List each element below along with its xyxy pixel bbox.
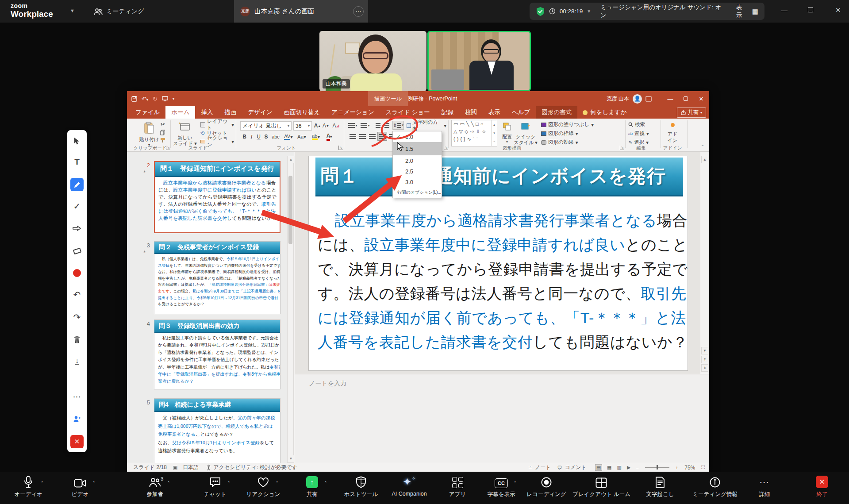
replace-button[interactable]: ab置換 ▾ xyxy=(628,130,656,137)
font-size-combo[interactable]: 36▾ xyxy=(293,121,312,131)
scrollbar-thumb[interactable] xyxy=(288,176,292,244)
tab-home[interactable]: ホーム xyxy=(165,106,195,119)
current-slide[interactable]: 問１ 登録通知前にインボイスを発行 設立事業年度から適格請求書発行事業者となる場… xyxy=(308,156,688,371)
zoom-level[interactable]: 75% xyxy=(684,465,695,471)
next-slide-icon[interactable]: ⇟ xyxy=(701,364,708,372)
clear-trash-button[interactable] xyxy=(67,332,87,347)
layout-button[interactable]: レイアウト ▾ xyxy=(200,121,234,128)
spacing-option-2.0[interactable]: 2.0 xyxy=(393,155,442,166)
share-options-icon[interactable]: ⌃ xyxy=(324,481,327,485)
fit-to-window-icon[interactable]: ⛶ xyxy=(701,465,705,470)
bold-button[interactable]: B xyxy=(241,133,248,141)
toolbar-video[interactable]: ⌃ ビデオ xyxy=(51,475,109,498)
bullets-button[interactable]: ▾ xyxy=(347,122,358,129)
notes-toggle-label[interactable]: ノート xyxy=(535,464,551,471)
tab-file[interactable]: ファイル xyxy=(130,106,165,119)
spacing-option-3.0[interactable]: 3.0 xyxy=(393,177,442,187)
shapes-gallery[interactable]: ▭▭╲╲□○ △▽◇⇨⇩☆ (){}∿⌒ ▴▾≡ xyxy=(451,120,497,146)
close-annotation-button[interactable]: ✕ xyxy=(67,434,87,449)
toolbar-audio[interactable]: ⌃ オーディオ xyxy=(0,475,57,498)
arrange-button[interactable] xyxy=(499,121,515,132)
scroll-down-icon[interactable]: ▼ xyxy=(701,347,708,354)
tab-view[interactable]: 表示 xyxy=(483,106,506,119)
zoom-slider[interactable] xyxy=(645,467,669,468)
toolbar-participants[interactable]: 3 ⌃ 参加者 xyxy=(126,475,184,498)
addin-icon[interactable] xyxy=(665,122,680,127)
scroll-up-icon[interactable]: ▲ xyxy=(288,156,294,163)
character-spacing-button[interactable]: AV▾ xyxy=(283,133,294,141)
save-annotation-button[interactable]: ↓ xyxy=(67,354,87,369)
tab-shape-format[interactable]: 図形の書式 xyxy=(536,106,577,119)
video-participant-left[interactable]: 山本和美 xyxy=(319,31,426,91)
zoom-out-icon[interactable]: − xyxy=(636,465,638,470)
ppt-minimize-button[interactable]: — xyxy=(664,91,677,106)
zoom-in-icon[interactable]: + xyxy=(676,465,678,470)
pen-tool-selected[interactable] xyxy=(67,177,87,192)
customize-qat-icon[interactable]: ▾ xyxy=(173,96,175,101)
select-cursor-tool[interactable] xyxy=(67,134,87,149)
line-spacing-button[interactable]: ⇕▾ xyxy=(392,121,404,130)
tab-animations[interactable]: アニメーション xyxy=(326,106,380,119)
spacing-option-1.0[interactable]: ✓1.0 xyxy=(393,131,442,142)
toolbar-meeting-info[interactable]: ミーティング情報 xyxy=(686,475,744,498)
ribbon-display-options-icon[interactable] xyxy=(645,96,652,102)
tab-slideshow[interactable]: スライド ショー xyxy=(380,106,436,119)
tab-help[interactable]: ヘルプ xyxy=(506,106,536,119)
decrease-indent-button[interactable] xyxy=(374,122,382,129)
ppt-restore-button[interactable] xyxy=(679,91,692,106)
notes-placeholder[interactable]: ノートを入力 xyxy=(309,380,346,388)
toolbar-transcript[interactable]: 文字起こし xyxy=(631,475,689,498)
video-options-icon[interactable]: ⌃ xyxy=(92,481,96,485)
new-slide-button[interactable] xyxy=(175,121,195,134)
slideshow-icon[interactable] xyxy=(162,96,168,101)
scroll-up-icon[interactable]: ▲ xyxy=(701,156,708,163)
comments-icon[interactable]: 🗩 xyxy=(557,465,562,470)
tab-options-icon[interactable]: ⋯ xyxy=(353,6,364,17)
normal-view-icon[interactable]: ▤ xyxy=(595,465,602,470)
toolbar-more[interactable]: ⋯ 詳細 xyxy=(736,475,793,498)
accessibility-status[interactable]: アクセシビリティ: 検討が必要です xyxy=(213,464,297,471)
format-painter-icon[interactable] xyxy=(159,137,167,143)
slide-title[interactable]: 問１ 登録通知前にインボイスを発行 xyxy=(315,158,683,196)
collapse-ribbon-icon[interactable]: ⌃ xyxy=(699,143,707,150)
undo-icon[interactable]: ↶▾ xyxy=(142,96,148,102)
clear-formatting-button[interactable]: A◢ xyxy=(331,122,340,130)
minimize-button[interactable]: — xyxy=(781,6,788,14)
slide-thumbnail-2[interactable]: 問１ 登録通知前にインボイスを発行 設立事業年度から適格請求書発行事業者となる場… xyxy=(154,161,280,233)
check-stamp-tool[interactable]: ✓ xyxy=(67,199,87,214)
redo-button[interactable]: ↷ xyxy=(67,310,87,325)
italic-button[interactable]: I xyxy=(249,133,254,141)
tab-record[interactable]: 記録 xyxy=(436,106,459,119)
increase-indent-button[interactable] xyxy=(383,122,391,129)
tab-insert[interactable]: 挿入 xyxy=(195,106,219,119)
language-indicator[interactable]: 日本語 xyxy=(183,464,199,471)
tab-review[interactable]: 校閲 xyxy=(459,106,483,119)
undo-button[interactable]: ↶ xyxy=(67,287,87,302)
restore-button[interactable] xyxy=(808,6,813,14)
underline-button[interactable]: U xyxy=(255,133,262,141)
font-dialog-launcher[interactable]: ↘ xyxy=(338,146,343,150)
paste-button[interactable] xyxy=(140,120,158,135)
chevron-down-icon[interactable]: ▼ xyxy=(70,8,75,13)
slide-body-text[interactable]: 設立事業年度から適格請求書発行事業者となる場合には、設立事業年度中に登録申請すれ… xyxy=(318,208,682,354)
arrow-stamp-tool[interactable] xyxy=(67,221,87,236)
spacing-option-1.5-highlighted[interactable]: 1.5 xyxy=(393,142,442,155)
ppt-close-button[interactable]: ✕ xyxy=(695,91,708,106)
captions-options-icon[interactable]: ⌃ xyxy=(513,481,517,485)
tab-shared-screen[interactable]: 克彦 山本克彦 さんの画面 ⋯ xyxy=(234,0,368,23)
drawing-dialog-launcher[interactable]: ↘ xyxy=(620,146,624,150)
chat-options-icon[interactable]: ⌃ xyxy=(227,481,230,485)
zoom-slider-thumb[interactable] xyxy=(657,465,658,469)
thumbnails-scrollbar[interactable]: ▲ ▼ xyxy=(287,156,294,463)
quick-styles-button[interactable] xyxy=(518,121,533,132)
grow-font-button[interactable]: A▲ xyxy=(314,122,321,130)
text-direction-button[interactable]: 文字列の方向 ▾ xyxy=(407,122,446,129)
toolbar-breakout-rooms[interactable]: ブレイクアウト ルーム xyxy=(572,475,630,498)
font-name-combo[interactable]: メイリオ 見出し▾ xyxy=(240,121,292,131)
save-icon[interactable] xyxy=(131,96,137,102)
justify-button-active[interactable] xyxy=(377,132,387,141)
previous-slide-icon[interactable]: ⇞ xyxy=(701,356,708,363)
reading-view-icon[interactable]: ▥ xyxy=(617,465,622,470)
user-avatar[interactable]: 👤 xyxy=(633,94,642,104)
select-button[interactable]: ⇖選択 ▾ xyxy=(628,139,656,146)
